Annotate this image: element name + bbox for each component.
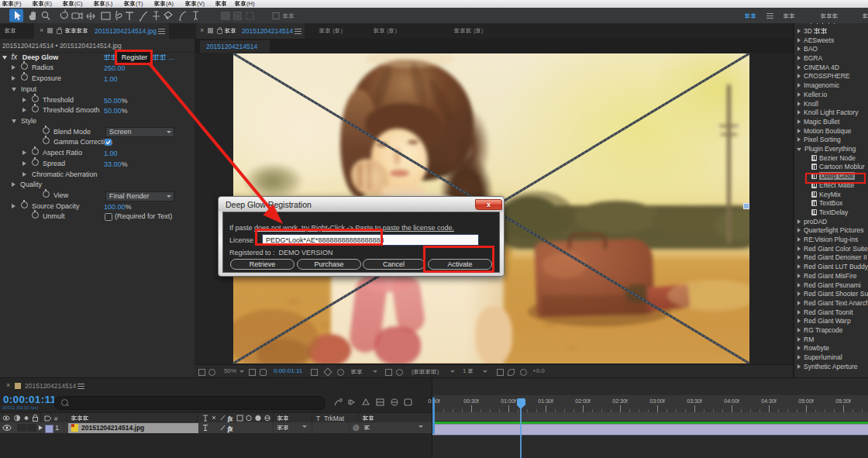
svg-text:fx: fx — [228, 415, 232, 422]
svg-text:fx: fx — [228, 425, 232, 432]
svg-text:#: # — [54, 415, 58, 422]
